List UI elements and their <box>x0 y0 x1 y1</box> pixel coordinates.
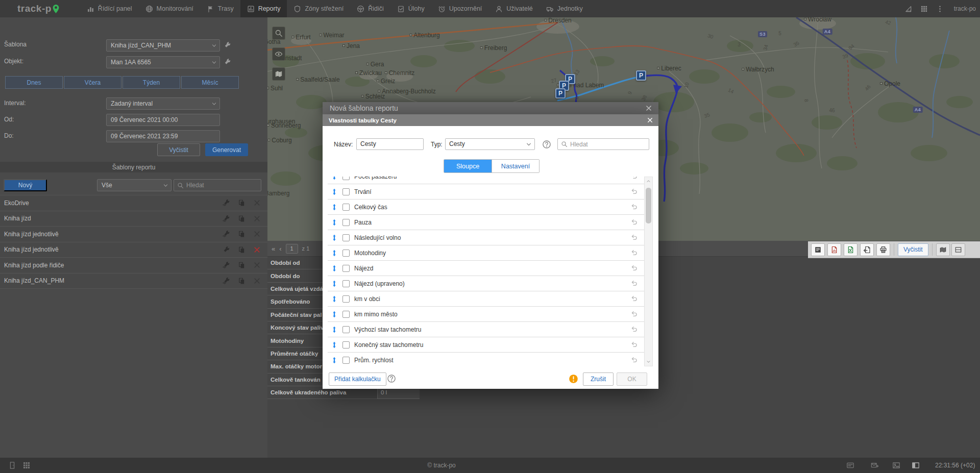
drag-reorder-icon[interactable] <box>331 295 338 303</box>
reset-undo-icon[interactable] <box>630 310 638 318</box>
ok-button[interactable]: OK <box>617 372 647 386</box>
column-list-item[interactable]: Následující volno <box>328 230 644 245</box>
reset-undo-icon[interactable] <box>630 295 638 303</box>
copy-icon[interactable] <box>238 261 246 269</box>
nav-tool-icon[interactable] <box>904 5 912 13</box>
drag-reorder-icon[interactable] <box>331 203 338 211</box>
column-checkbox[interactable] <box>342 357 350 364</box>
map-control-button[interactable] <box>272 27 285 40</box>
brand-logo[interactable]: track-p <box>17 3 60 14</box>
drag-reorder-icon[interactable] <box>331 234 338 242</box>
template-list-item[interactable]: Kniha jízd <box>0 211 267 227</box>
nav-menu-item[interactable]: Reporty <box>240 0 287 17</box>
nav-menu-item[interactable]: Řidiči <box>350 0 390 17</box>
column-checkbox[interactable] <box>342 250 350 257</box>
column-list-item[interactable]: Celkový čas <box>328 200 644 215</box>
date-to-input[interactable]: 09 Červenec 2021 23:59 <box>106 130 220 142</box>
template-edit-wrench-icon[interactable] <box>223 215 230 222</box>
nav-menu-item[interactable]: Zóny střežení <box>287 0 350 17</box>
drag-reorder-icon[interactable] <box>331 188 338 196</box>
column-checkbox[interactable] <box>342 265 350 272</box>
column-checkbox[interactable] <box>342 219 350 226</box>
column-checkbox[interactable] <box>342 341 350 348</box>
nav-menu-item[interactable]: Monitorování <box>139 0 200 17</box>
modal-tab[interactable]: Nastavení <box>492 160 539 172</box>
close-icon[interactable] <box>645 105 652 112</box>
template-list-item[interactable]: Kniha jízd jednotlivě <box>0 227 267 242</box>
image-icon[interactable] <box>892 461 900 469</box>
reset-undo-icon[interactable] <box>630 203 638 211</box>
prev-page-button[interactable]: ‹ <box>279 245 281 253</box>
column-list-item[interactable]: Výchozí stav tachometru <box>328 322 644 337</box>
nav-menu-item[interactable]: Jednotky <box>540 0 590 17</box>
column-search-input[interactable]: Hledat <box>557 138 649 150</box>
nav-menu-item[interactable]: Upozornění <box>431 0 489 17</box>
modal-header[interactable]: Vlastnosti tabulky Cesty <box>323 114 658 126</box>
copy-icon[interactable] <box>238 246 246 254</box>
column-list-item[interactable]: Počet pasažérů <box>328 177 644 184</box>
close-icon[interactable] <box>647 117 653 123</box>
day-range-button[interactable]: Měsíc <box>181 76 239 89</box>
template-edit-wrench-icon[interactable] <box>223 246 230 254</box>
account-label[interactable]: track-po <box>954 5 976 12</box>
drag-reorder-icon[interactable] <box>331 310 338 318</box>
scroll-up-icon[interactable] <box>645 178 652 185</box>
cancel-button[interactable]: Zrušit <box>583 372 614 386</box>
export-tool-button[interactable] <box>876 243 890 256</box>
page-number-input[interactable]: 1 <box>286 244 298 254</box>
column-list-item[interactable]: Konečný stav tachometru <box>328 337 644 353</box>
close-icon[interactable] <box>253 215 261 222</box>
template-search-input[interactable]: Hledat <box>174 179 261 191</box>
template-edit-wrench-icon[interactable] <box>223 261 230 269</box>
date-from-input[interactable]: 09 Červenec 2021 00:00 <box>106 114 220 126</box>
template-edit-wrench-icon[interactable] <box>223 277 230 285</box>
card-lines-icon[interactable] <box>846 461 854 469</box>
template-list-item[interactable]: EkoDrive <box>0 195 267 211</box>
drag-reorder-icon[interactable] <box>331 177 338 181</box>
generate-button[interactable]: Generovat <box>205 143 248 156</box>
template-filter-select[interactable]: Vše <box>97 179 172 191</box>
reset-undo-icon[interactable] <box>630 280 638 287</box>
export-tool-button[interactable] <box>827 243 841 256</box>
template-list-item[interactable]: Kniha jízd_CAN_PHM <box>0 273 267 289</box>
column-list-item[interactable]: Pauza <box>328 215 644 230</box>
drag-reorder-icon[interactable] <box>331 249 338 257</box>
column-list-item[interactable]: Nájezd <box>328 261 644 276</box>
column-checkbox[interactable] <box>342 177 350 180</box>
parking-marker[interactable]: P <box>555 88 566 98</box>
export-tool-button[interactable] <box>811 243 825 256</box>
help-icon[interactable] <box>542 140 551 149</box>
column-checkbox[interactable] <box>342 326 350 333</box>
day-range-button[interactable]: Týden <box>122 76 180 89</box>
reset-undo-icon[interactable] <box>630 177 638 180</box>
drag-reorder-icon[interactable] <box>331 356 338 364</box>
nazev-input[interactable]: Cesty <box>356 138 424 150</box>
scrollbar-thumb[interactable] <box>646 188 651 223</box>
column-checkbox[interactable] <box>342 234 350 241</box>
export-tool-button[interactable] <box>844 243 857 256</box>
parking-marker[interactable]: P <box>636 70 646 81</box>
column-checkbox[interactable] <box>342 295 350 303</box>
template-list-item[interactable]: Kniha jízd jednotlivě <box>0 242 267 258</box>
nav-menu-item[interactable]: Řídící panel <box>80 0 139 17</box>
template-list-item[interactable]: Kniha jízd podle řidiče <box>0 258 267 273</box>
reset-undo-icon[interactable] <box>630 264 638 272</box>
close-icon[interactable] <box>253 199 261 207</box>
reset-undo-icon[interactable] <box>630 341 638 348</box>
column-list-item[interactable]: Prům. rychlost <box>328 353 644 366</box>
first-page-button[interactable]: « <box>272 245 275 253</box>
sablona-settings-wrench-icon[interactable] <box>224 41 231 49</box>
panel-split-icon[interactable] <box>912 461 920 469</box>
reset-undo-icon[interactable] <box>630 234 638 241</box>
column-checkbox[interactable] <box>342 204 350 211</box>
drag-reorder-icon[interactable] <box>331 341 338 349</box>
mail-forward-icon[interactable] <box>871 461 879 469</box>
interval-select[interactable]: Zadaný interval <box>106 97 220 110</box>
export-tool-button[interactable] <box>860 243 874 256</box>
copy-icon[interactable] <box>238 277 246 285</box>
view-toggle-button[interactable] <box>951 243 965 256</box>
reset-undo-icon[interactable] <box>630 218 638 226</box>
copy-icon[interactable] <box>238 199 246 207</box>
nav-menu-item[interactable]: Úlohy <box>390 0 431 17</box>
column-list-item[interactable]: Nájezd (upraveno) <box>328 276 644 291</box>
